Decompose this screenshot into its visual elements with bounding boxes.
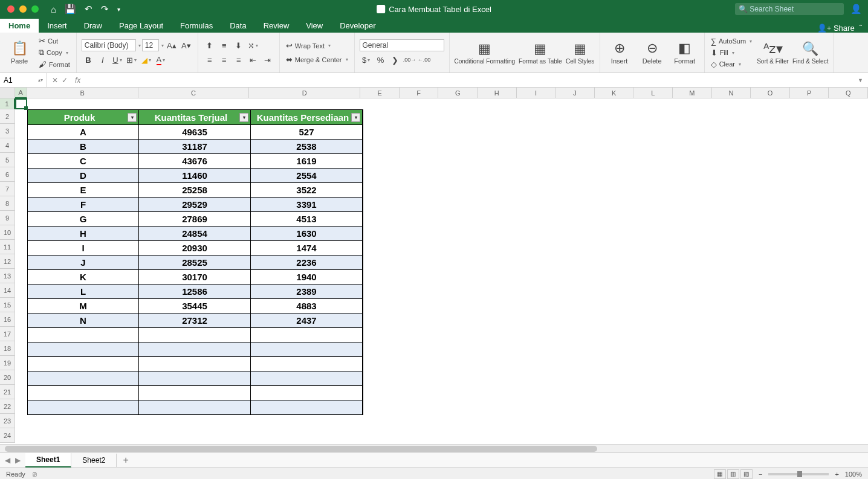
column-header-b[interactable]: B <box>27 88 138 98</box>
sheet-nav-next-icon[interactable]: ▶ <box>15 456 21 465</box>
table-row[interactable]: D114602554 <box>28 168 363 182</box>
filter-button-persediaan[interactable]: ▾ <box>351 113 360 122</box>
align-bottom-button[interactable]: ⬇ <box>232 39 245 51</box>
row-header-8[interactable]: 8 <box>0 196 15 211</box>
table-cell[interactable]: C <box>28 153 139 168</box>
column-header-l[interactable]: L <box>633 88 673 98</box>
redo-icon[interactable]: ↷ <box>101 4 109 14</box>
font-size-select[interactable]: 12 <box>142 39 159 51</box>
table-cell[interactable]: 2236 <box>251 255 363 269</box>
table-cell[interactable]: 11460 <box>139 168 251 182</box>
table-cell[interactable] <box>28 327 139 342</box>
column-header-a[interactable]: A <box>15 88 27 98</box>
table-row[interactable]: H248541630 <box>28 226 363 240</box>
add-sheet-button[interactable]: + <box>117 455 134 466</box>
column-header-n[interactable]: N <box>712 88 751 98</box>
table-cell[interactable]: 4883 <box>251 298 363 313</box>
table-header-persediaan[interactable]: Kuantitas Persediaan▾ <box>251 110 363 124</box>
decrease-font-button[interactable]: A▾ <box>180 39 193 51</box>
row-header-11[interactable]: 11 <box>0 240 15 254</box>
zoom-slider[interactable] <box>768 473 829 475</box>
table-cell[interactable] <box>251 371 363 385</box>
tab-insert[interactable]: Insert <box>39 19 76 33</box>
copy-button[interactable]: ⧉Copy▾ <box>37 47 71 58</box>
table-cell[interactable]: 2554 <box>251 168 363 182</box>
table-cell[interactable] <box>251 342 363 356</box>
table-cell[interactable]: B <box>28 139 139 153</box>
fill-handle[interactable] <box>24 106 28 110</box>
table-cell[interactable]: 4513 <box>251 211 363 226</box>
zoom-slider-thumb[interactable] <box>797 471 802 477</box>
table-row[interactable]: F295293391 <box>28 197 363 211</box>
table-cell[interactable] <box>251 400 363 414</box>
column-header-j[interactable]: J <box>555 88 595 98</box>
row-header-22[interactable]: 22 <box>0 399 15 414</box>
table-cell[interactable]: 527 <box>251 124 363 139</box>
horizontal-scrollbar[interactable] <box>0 444 868 452</box>
row-header-5[interactable]: 5 <box>0 153 15 167</box>
table-cell[interactable]: 3391 <box>251 197 363 211</box>
row-header-3[interactable]: 3 <box>0 124 15 138</box>
row-header-7[interactable]: 7 <box>0 182 15 196</box>
tab-review[interactable]: Review <box>255 19 298 33</box>
sheet-tab-2[interactable]: Sheet2 <box>71 454 117 467</box>
name-box[interactable]: A1 ▴▾ <box>0 73 47 87</box>
sheet-nav-prev-icon[interactable]: ◀ <box>5 456 10 465</box>
table-cell[interactable]: 25258 <box>139 182 251 197</box>
zoom-in-button[interactable]: + <box>835 471 838 478</box>
table-cell[interactable]: 2437 <box>251 313 363 327</box>
accept-formula-button[interactable]: ✓ <box>62 76 68 85</box>
table-cell[interactable] <box>251 385 363 400</box>
increase-font-button[interactable]: A▴ <box>165 39 178 51</box>
table-cell[interactable] <box>139 327 251 342</box>
bold-button[interactable]: B <box>82 54 95 66</box>
table-cell[interactable]: 43676 <box>139 153 251 168</box>
insert-cells-button[interactable]: ⊕Insert <box>605 40 634 65</box>
table-row[interactable]: A49635527 <box>28 124 363 139</box>
close-window-button[interactable] <box>7 5 15 13</box>
table-cell[interactable]: 30170 <box>139 269 251 284</box>
column-header-e[interactable]: E <box>360 88 400 98</box>
border-button[interactable]: ⊞▾ <box>125 54 138 66</box>
row-header-16[interactable]: 16 <box>0 312 15 327</box>
formula-bar-expand-icon[interactable]: ▼ <box>853 77 868 83</box>
macro-record-icon[interactable]: ⎚ <box>33 471 37 478</box>
column-header-o[interactable]: O <box>751 88 790 98</box>
table-row[interactable]: B311872538 <box>28 139 363 153</box>
zoom-level[interactable]: 100% <box>845 471 862 478</box>
table-cell[interactable]: 12586 <box>139 284 251 298</box>
merge-center-button[interactable]: ⬌Merge & Center▾ <box>285 54 349 65</box>
table-cell[interactable]: 24854 <box>139 226 251 240</box>
cells-area[interactable]: Produk▾ Kuantitas Terjual▾ Kuantitas Per… <box>15 98 868 443</box>
tab-formulas[interactable]: Formulas <box>172 19 221 33</box>
table-row-empty[interactable] <box>28 342 363 356</box>
table-cell[interactable] <box>139 400 251 414</box>
table-cell[interactable]: E <box>28 182 139 197</box>
table-cell[interactable]: J <box>28 255 139 269</box>
row-header-13[interactable]: 13 <box>0 269 15 283</box>
ribbon-collapse-icon[interactable]: ˆ <box>860 24 862 33</box>
minimize-window-button[interactable] <box>19 5 27 13</box>
table-cell[interactable]: 1940 <box>251 269 363 284</box>
column-header-q[interactable]: Q <box>829 88 868 98</box>
sort-filter-button[interactable]: ᴬᴢ▾Sort & Filter <box>757 41 789 65</box>
tab-view[interactable]: View <box>297 19 331 33</box>
row-header-10[interactable]: 10 <box>0 225 15 240</box>
delete-cells-button[interactable]: ⊖Delete <box>638 40 667 65</box>
align-right-button[interactable]: ≡ <box>232 54 245 66</box>
table-cell[interactable]: 35445 <box>139 298 251 313</box>
table-cell[interactable] <box>251 356 363 371</box>
fill-color-button[interactable]: ◢▾ <box>140 54 153 66</box>
increase-indent-button[interactable]: ⇥ <box>261 54 274 66</box>
table-cell[interactable]: 27869 <box>139 211 251 226</box>
align-left-button[interactable]: ≡ <box>203 54 216 66</box>
table-cell[interactable] <box>28 385 139 400</box>
table-cell[interactable]: 49635 <box>139 124 251 139</box>
column-header-c[interactable]: C <box>138 88 250 98</box>
table-cell[interactable] <box>28 371 139 385</box>
row-header-17[interactable]: 17 <box>0 327 15 341</box>
conditional-formatting-button[interactable]: ▦Conditional Formatting <box>455 41 516 65</box>
font-name-select[interactable]: Calibri (Body) <box>82 39 136 51</box>
row-header-21[interactable]: 21 <box>0 385 15 399</box>
table-row[interactable]: E252583522 <box>28 182 363 197</box>
